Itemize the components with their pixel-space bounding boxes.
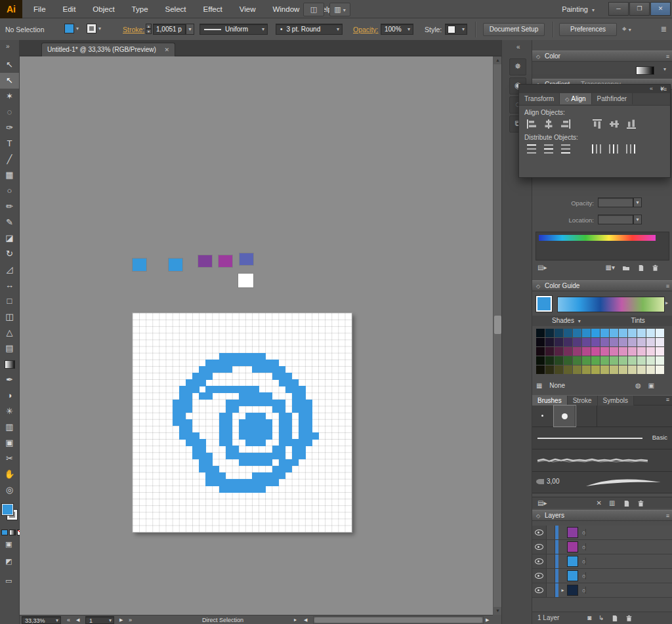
layer-name[interactable]: ○ xyxy=(582,543,672,551)
canvas-swatch-5[interactable] xyxy=(240,253,253,265)
harmony-arrow-icon[interactable]: ▸ xyxy=(665,300,668,306)
layers-panel-header[interactable]: ◇ Layers ≡ xyxy=(532,510,672,521)
gradient-location-input[interactable] xyxy=(598,215,633,224)
panel-menu-icon[interactable]: ▾≡ xyxy=(660,86,667,93)
color-guide-swatch[interactable] xyxy=(545,338,554,346)
color-guide-swatch[interactable] xyxy=(555,365,563,374)
layer-visibility-toggle[interactable] xyxy=(532,540,547,554)
color-guide-swatch[interactable] xyxy=(628,365,637,374)
app-logo[interactable]: Ai xyxy=(0,0,22,18)
distribute-right-button[interactable] xyxy=(623,142,640,156)
distribute-top-button[interactable] xyxy=(523,142,540,156)
menu-effect[interactable]: Effect xyxy=(195,0,231,18)
arrange-documents-icon[interactable]: ▥▾ xyxy=(329,3,350,16)
chevron-down-icon[interactable]: ▾ xyxy=(633,198,642,207)
color-guide-swatch[interactable] xyxy=(582,365,591,374)
tab-transform[interactable]: Transform xyxy=(519,93,560,104)
brush-dot-large[interactable] xyxy=(554,406,576,426)
color-guide-swatch[interactable] xyxy=(628,338,637,346)
color-guide-swatch[interactable] xyxy=(582,347,591,356)
close-button[interactable]: ✕ xyxy=(650,2,671,16)
symbol-sprayer-tool[interactable]: ✳ xyxy=(0,404,19,419)
color-guide-swatch[interactable] xyxy=(536,347,545,356)
column-graph-tool[interactable]: ▥ xyxy=(0,419,19,435)
canvas-swatch-2[interactable] xyxy=(169,259,182,271)
type-tool[interactable]: T xyxy=(0,136,19,152)
document-setup-button[interactable]: Document Setup xyxy=(483,23,545,36)
gradient-opacity-input[interactable] xyxy=(598,198,633,207)
color-guide-swatch[interactable] xyxy=(628,329,637,337)
color-guide-swatch[interactable] xyxy=(573,347,581,356)
delete-layer-icon[interactable] xyxy=(625,612,633,624)
color-guide-swatch[interactable] xyxy=(573,338,581,346)
color-guide-swatch[interactable] xyxy=(600,356,609,365)
bridge-icon[interactable]: ◫ xyxy=(303,3,324,16)
last-artboard-icon[interactable]: » xyxy=(129,616,132,624)
layer-row[interactable]: ○ xyxy=(532,554,672,569)
color-guide-swatch[interactable] xyxy=(564,356,572,365)
free-transform-tool[interactable]: □ xyxy=(0,293,19,309)
workspace-switcher[interactable]: Painting ▾ xyxy=(562,0,595,20)
lasso-tool[interactable]: ◌ xyxy=(0,104,19,120)
make-clipping-mask-icon[interactable]: ◙ xyxy=(587,612,591,624)
toolbar-collapse-chevron[interactable]: » xyxy=(6,43,10,50)
distribute-left-button[interactable] xyxy=(589,142,606,156)
color-guide-swatch[interactable] xyxy=(591,365,600,374)
paintbrush-tool[interactable]: ✏ xyxy=(0,199,19,215)
color-guide-swatch[interactable] xyxy=(582,338,591,346)
delete-swatch-icon[interactable] xyxy=(652,264,659,272)
previous-artboard-icon[interactable]: ◀ xyxy=(76,616,79,624)
opacity-dropdown[interactable]: 100% ▾ xyxy=(381,24,413,35)
menu-select[interactable]: Select xyxy=(157,0,195,18)
layer-name[interactable]: ○ xyxy=(582,587,672,594)
perspective-grid-tool[interactable]: △ xyxy=(0,325,19,341)
color-guide-swatch[interactable] xyxy=(619,356,627,365)
menu-edit[interactable]: Edit xyxy=(54,0,85,18)
edit-colors-icon[interactable]: ◍ xyxy=(635,381,641,391)
canvas-pasteboard[interactable] xyxy=(20,56,493,615)
layer-thumbnail[interactable] xyxy=(567,570,578,581)
color-guide-swatch[interactable] xyxy=(573,329,581,337)
color-guide-swatch[interactable] xyxy=(600,347,609,356)
eyedropper-tool[interactable]: ✒ xyxy=(0,372,19,388)
layer-thumbnail[interactable] xyxy=(567,541,578,552)
ellipse-tool[interactable]: ○ xyxy=(0,183,19,199)
brush-row-charcoal[interactable] xyxy=(532,449,672,472)
shades-dropdown[interactable]: Shades ▾ xyxy=(552,317,581,324)
expand-dock-chevron[interactable]: « xyxy=(516,43,520,51)
color-guide-swatch[interactable] xyxy=(637,329,646,337)
menu-object[interactable]: Object xyxy=(84,0,123,18)
tab-align[interactable]: ◇Align xyxy=(560,93,591,104)
color-guide-swatch[interactable] xyxy=(582,329,591,337)
scale-tool[interactable]: ◿ xyxy=(0,262,19,278)
color-guide-swatch[interactable] xyxy=(555,347,563,356)
color-guide-swatch[interactable] xyxy=(619,347,627,356)
distribute-horizontal-center-button[interactable] xyxy=(606,142,623,156)
layer-thumbnail[interactable] xyxy=(567,527,578,538)
color-guide-swatch[interactable] xyxy=(656,338,664,346)
tab-pathfinder[interactable]: Pathfinder xyxy=(592,93,633,104)
layer-thumbnail[interactable] xyxy=(567,585,578,596)
tab-brushes[interactable]: Brushes xyxy=(532,396,568,406)
color-guide-swatch[interactable] xyxy=(628,347,637,356)
color-guide-swatch[interactable] xyxy=(610,329,618,337)
rotate-tool[interactable]: ↻ xyxy=(0,246,19,262)
align-bottom-button[interactable] xyxy=(623,117,640,131)
collapse-panel-icon[interactable]: « xyxy=(650,85,653,92)
color-guide-swatch[interactable] xyxy=(591,347,600,356)
gradient-button[interactable] xyxy=(9,530,16,535)
close-tab-icon[interactable]: ✕ xyxy=(165,47,170,53)
color-guide-swatch[interactable] xyxy=(536,329,545,337)
layer-visibility-toggle[interactable] xyxy=(532,583,547,597)
rectangle-grid-tool[interactable]: ▦ xyxy=(0,167,19,183)
preferences-button[interactable]: Preferences xyxy=(559,23,617,36)
scroll-left-icon[interactable]: ◀ xyxy=(304,616,307,624)
artboard-number-field[interactable]: 1 ▾ xyxy=(85,616,114,624)
align-horizontal-center-button[interactable] xyxy=(540,117,557,131)
color-guide-swatch[interactable] xyxy=(610,356,618,365)
shape-builder-tool[interactable]: ◫ xyxy=(0,309,19,325)
minimize-button[interactable]: ─ xyxy=(608,2,629,16)
stroke-weight-dropdown[interactable]: ▾ xyxy=(186,24,194,35)
menu-file[interactable]: File xyxy=(25,0,54,18)
color-guide-swatch[interactable] xyxy=(555,338,563,346)
